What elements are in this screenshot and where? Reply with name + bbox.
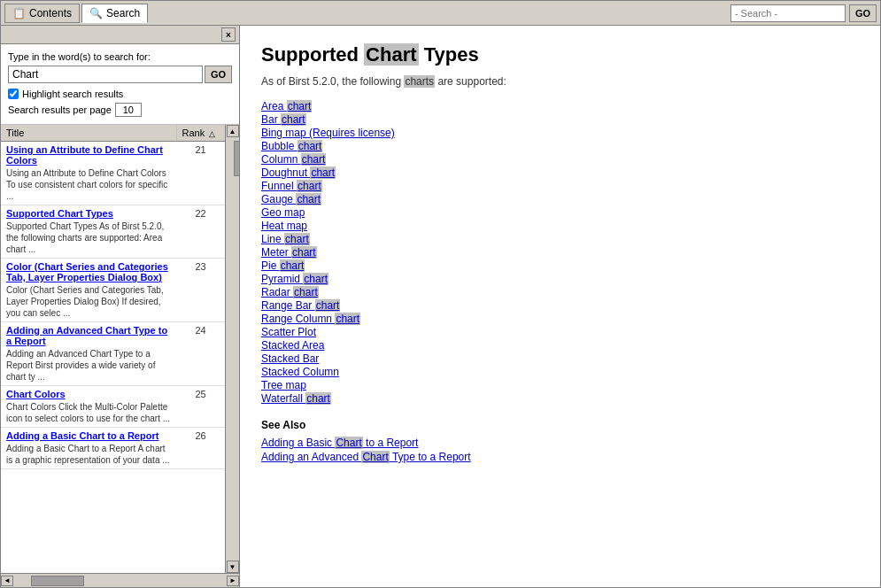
list-item: Tree map [261,379,859,391]
table-row: Adding an Advanced Chart Type to a Repor… [1,322,225,386]
list-item: Bar chart [261,113,859,126]
result-snippet: Color (Chart Series and Categories Tab, … [6,284,171,319]
toolbar-search-input[interactable] [730,4,846,22]
result-title[interactable]: Adding an Advanced Chart Type to a Repor… [6,325,171,346]
list-item: Pyramid chart [261,273,859,285]
results-per-page-input[interactable] [115,103,142,117]
chart-link[interactable]: Stacked Bar [261,352,319,365]
chart-link[interactable]: Waterfall chart [261,392,331,405]
list-item: Funnel chart [261,180,859,192]
list-item: Bubble chart [261,140,859,152]
chart-highlight: chart [297,180,322,192]
tab-contents-label: Contents [29,7,72,19]
result-snippet: Supported Chart Types As of Birst 5.2.0,… [6,220,171,255]
chart-link[interactable]: Radar chart [261,286,319,298]
chart-link[interactable]: Heat map [261,220,307,232]
chart-highlight: chart [301,153,327,166]
chart-highlight: chart [287,100,313,112]
table-row: Chart Colors Chart Colors Click the Mult… [1,386,225,428]
list-item: Stacked Column [261,366,859,378]
chart-link[interactable]: Line chart [261,233,310,245]
chart-link[interactable]: Funnel chart [261,180,322,192]
search-input[interactable] [8,66,203,83]
result-cell: Chart Colors Chart Colors Click the Mult… [1,386,176,428]
col-title[interactable]: Title [1,125,176,142]
see-also-link[interactable]: Adding an Advanced Chart Type to a Repor… [261,451,859,463]
chart-highlight: chart [335,313,360,325]
vertical-scrollbar[interactable]: ▲ ▼ [225,125,239,573]
left-panel-inner: Type in the word(s) to search for: GO Hi… [1,44,239,587]
chart-link[interactable]: Doughnut chart [261,166,336,179]
chart-link[interactable]: Bing map (Requires license) [261,127,395,139]
chart-link[interactable]: Tree map [261,379,306,391]
chart-link[interactable]: Range Column chart [261,313,360,325]
highlight-checkbox[interactable] [8,89,19,99]
chart-link[interactable]: Column chart [261,153,326,166]
results-per-page-row: Search results per page [8,103,232,117]
chart-highlight: chart [298,140,323,152]
scroll-thumb[interactable] [234,141,240,176]
table-header-row: Title Rank △ [1,125,225,142]
result-rank: 26 [176,428,225,469]
chart-link[interactable]: Scatter Plot [261,326,316,338]
table-row: Supported Chart Types Supported Chart Ty… [1,205,225,259]
h-scroll-thumb[interactable] [31,576,84,586]
intro-text: As of Birst 5.2.0, the following charts … [261,75,859,88]
chart-highlight: chart [315,299,341,312]
chart-link[interactable]: Pyramid chart [261,273,328,285]
scroll-left-button[interactable]: ◄ [1,576,13,586]
chart-link[interactable]: Stacked Column [261,366,339,378]
chart-link[interactable]: Stacked Area [261,339,324,352]
list-item: Doughnut chart [261,166,859,179]
list-item: Scatter Plot [261,326,859,338]
see-also-highlight: Chart [361,451,389,463]
result-title[interactable]: Color (Chart Series and Categories Tab, … [6,261,171,282]
search-label: Type in the word(s) to search for: [8,51,232,62]
result-title[interactable]: Chart Colors [6,389,171,399]
chart-link[interactable]: Area chart [261,100,312,112]
scroll-up-button[interactable]: ▲ [227,125,239,137]
chart-link[interactable]: Gauge chart [261,193,321,205]
scroll-down-button[interactable]: ▼ [227,561,239,573]
results-table: Title Rank △ Using an Attribut [1,125,225,469]
chart-link[interactable]: Bubble chart [261,140,322,152]
page-title: Supported Chart Types [261,43,859,66]
result-title[interactable]: Supported Chart Types [6,208,171,219]
result-cell: Supported Chart Types Supported Chart Ty… [1,205,176,259]
table-area: Title Rank △ Using an Attribut [1,125,239,573]
result-snippet: Adding a Basic Chart to a Report A chart… [6,443,171,466]
toolbar-go-button[interactable]: GO [849,4,877,22]
list-item: Stacked Area [261,339,859,352]
right-panel: Supported Chart Types As of Birst 5.2.0,… [240,26,880,587]
result-title[interactable]: Using an Attribute to Define Chart Color… [6,144,171,166]
close-button[interactable]: × [221,27,236,42]
list-item: Range Column chart [261,313,859,325]
search-icon: 🔍 [89,7,103,19]
tab-contents[interactable]: 📋 Contents [4,4,80,23]
search-go-button[interactable]: GO [205,66,232,83]
list-item: Geo map [261,206,859,219]
col-rank[interactable]: Rank △ [176,125,225,142]
col-rank-label: Rank [182,128,205,138]
chart-highlight: chart [310,166,336,179]
result-title[interactable]: Adding a Basic Chart to a Report [6,430,171,441]
horizontal-scrollbar[interactable]: ◄ ► [1,573,239,587]
chart-link[interactable]: Bar chart [261,113,306,126]
see-also-link[interactable]: Adding a Basic Chart to a Report [261,437,859,449]
chart-link[interactable]: Geo map [261,206,305,219]
scroll-right-button[interactable]: ► [227,576,239,586]
result-cell: Adding a Basic Chart to a Report Adding … [1,428,176,469]
highlight-checkbox-row: Highlight search results [8,89,232,99]
chart-link[interactable]: Range Bar chart [261,299,340,312]
toolbar-tabs: 📋 Contents 🔍 Search [4,4,730,23]
chart-link[interactable]: Pie chart [261,259,305,272]
tab-search[interactable]: 🔍 Search [81,4,148,23]
title-prefix: Supported [261,43,364,66]
chart-link[interactable]: Meter chart [261,246,317,259]
result-rank: 23 [176,259,225,322]
main-area: × Type in the word(s) to search for: GO … [1,26,880,587]
result-rank: 22 [176,205,225,259]
results-scroll[interactable]: Title Rank △ Using an Attribut [1,125,225,573]
see-also-highlight: Chart [335,437,362,449]
left-panel: × Type in the word(s) to search for: GO … [1,26,240,587]
